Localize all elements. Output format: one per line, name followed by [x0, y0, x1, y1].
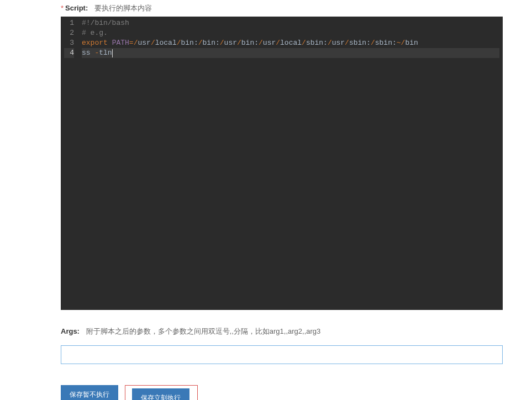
script-code-editor[interactable]: 1 2 3 4 #!/bin/bash # e.g. export PATH=/… [61, 17, 503, 310]
code-line: export PATH=/usr/local/bin:/bin:/usr/bin… [82, 38, 499, 48]
code-line: # e.g. [82, 28, 499, 38]
script-field-header: *Script: 要执行的脚本内容 [61, 3, 532, 13]
editor-cursor [112, 49, 113, 57]
script-hint: 要执行的脚本内容 [94, 4, 152, 12]
required-star: * [61, 4, 64, 12]
button-row: 保存暂不执行 保存立刻执行 [61, 385, 532, 400]
line-number-active: 4 [64, 48, 74, 58]
save-no-exec-button[interactable]: 保存暂不执行 [61, 385, 118, 400]
code-gutter: 1 2 3 4 [61, 17, 78, 310]
code-line-active: ss -tln [82, 48, 499, 58]
args-label: Args: [61, 327, 80, 335]
highlight-box: 保存立刻执行 [125, 385, 198, 400]
line-number: 2 [64, 28, 74, 38]
args-field-header: Args: 附于脚本之后的参数，多个参数之间用双逗号,,分隔，比如arg1,,a… [61, 327, 532, 336]
save-and-exec-button[interactable]: 保存立刻执行 [132, 388, 189, 400]
line-number: 3 [64, 38, 74, 48]
code-line: #!/bin/bash [82, 18, 499, 28]
line-number: 1 [64, 18, 74, 28]
args-input[interactable] [61, 345, 503, 364]
args-hint: 附于脚本之后的参数，多个参数之间用双逗号,,分隔，比如arg1,,arg2,,a… [86, 327, 321, 335]
code-content[interactable]: #!/bin/bash # e.g. export PATH=/usr/loca… [78, 17, 503, 310]
script-label: Script: [65, 4, 88, 12]
